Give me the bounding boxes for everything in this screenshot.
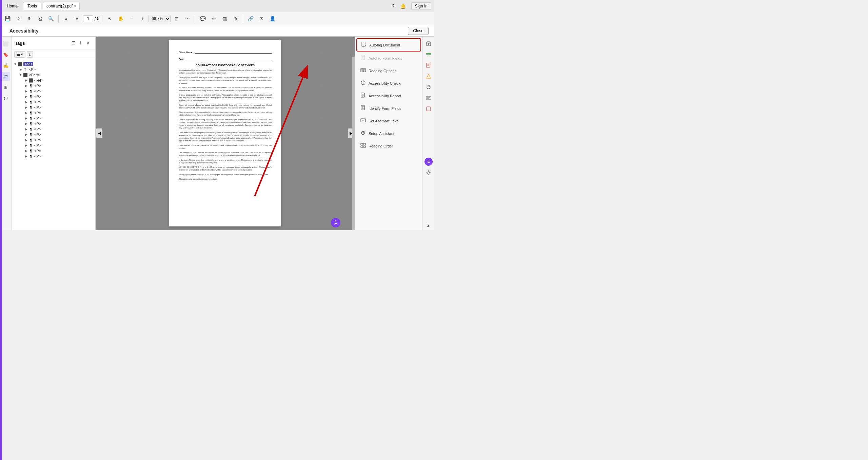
home-tab[interactable]: Home — [3, 2, 22, 10]
tags-view-button[interactable]: ☰ ▾ — [14, 51, 25, 58]
accessibility-report-item[interactable]: Accessibility Report — [356, 90, 421, 102]
sign-in-button[interactable]: Sign In — [411, 2, 431, 10]
page-input[interactable] — [83, 15, 93, 22]
tree-item-p1[interactable]: ▶ ¶ <P> — [18, 67, 94, 72]
tree-label-p6: <P> — [34, 105, 41, 109]
tree-icon-p12: ¶ — [28, 138, 33, 142]
right-icon-2[interactable] — [424, 50, 433, 59]
identify-form-item[interactable]: Identify Form Fields — [356, 102, 421, 114]
notification-icon[interactable]: 🔔 — [400, 3, 406, 9]
right-icon-8[interactable] — [425, 158, 433, 166]
tree-item-h4[interactable]: ▶ ⬛ <H4> — [24, 78, 94, 83]
tree-icon-p1: ¶ — [23, 67, 28, 72]
pdf-page: Client Name: Date: CONTRACT FOR PHOTOGRA… — [169, 40, 281, 226]
right-icon-6[interactable] — [424, 94, 433, 102]
tags-info-button[interactable]: ℹ — [77, 39, 84, 47]
tree-root[interactable]: ▼ ⬛ Tags — [13, 61, 94, 67]
tree-item-p4[interactable]: ▶ ¶ <P> — [24, 94, 94, 99]
accessibility-widget-button[interactable] — [331, 218, 340, 227]
tree-item-p8[interactable]: ▶ ¶ <P> — [24, 116, 94, 121]
tools-tab[interactable]: Tools — [23, 2, 41, 10]
tree-item-p3[interactable]: ▶ ¶ <P> — [24, 88, 94, 94]
right-icon-gear[interactable] — [424, 168, 433, 177]
right-icon-4[interactable] — [424, 72, 433, 81]
reading-options-item[interactable]: Reading Options — [356, 65, 421, 77]
right-icon-1[interactable] — [424, 39, 433, 48]
tree-item-p15[interactable]: ▶ ¶ <P> — [24, 154, 94, 159]
bookmark-button[interactable]: ☆ — [14, 14, 23, 23]
tree-label-p9: <P> — [34, 122, 41, 126]
stamp-button[interactable]: ⊕ — [231, 14, 240, 23]
zoom-select[interactable]: 68,7% 50% 75% 100% 125% 150% — [149, 15, 171, 22]
tree-item-p10[interactable]: ▶ ¶ <P> — [24, 126, 94, 132]
svg-text:ALT: ALT — [361, 119, 366, 122]
highlight-button[interactable]: ▨ — [220, 14, 229, 23]
tree-item-p6[interactable]: ▶ ¶ <P> — [24, 105, 94, 110]
right-icon-7[interactable] — [424, 104, 433, 113]
accessibility-check-item[interactable]: Accessibility Check — [356, 77, 421, 89]
fit-button[interactable]: ⊡ — [172, 14, 181, 23]
tags-close-button[interactable]: × — [84, 39, 92, 47]
close-tab-icon[interactable]: × — [74, 4, 76, 8]
sidebar-icon-pages[interactable]: ⬜ — [1, 39, 10, 48]
sidebar-icon-layers[interactable]: ⊞ — [1, 83, 10, 92]
svg-point-2 — [335, 220, 336, 221]
tree-item-p13[interactable]: ▶ ¶ <P> — [24, 143, 94, 148]
right-icon-5[interactable] — [424, 83, 433, 92]
top-right-controls: ? 🔔 Sign In — [392, 2, 431, 10]
tags-menu-button[interactable]: ☰ — [70, 39, 77, 47]
upload-button[interactable]: ⬆ — [24, 14, 34, 23]
comment-button[interactable]: 💬 — [198, 14, 208, 23]
right-icon-chevron-up[interactable]: ▲ — [424, 221, 433, 230]
total-pages: 5 — [97, 16, 99, 21]
sidebar-icon-tag2[interactable]: 🏷 — [1, 94, 10, 102]
tree-item-part[interactable]: ▼ ⬛ <Part> — [18, 72, 94, 78]
tree-item-p2[interactable]: ▶ ¶ <P> — [24, 83, 94, 88]
zoom-in-button[interactable]: + — [138, 14, 147, 23]
link-button[interactable]: 🔗 — [246, 14, 255, 23]
tree-expand-p12: ▶ — [24, 138, 28, 142]
right-icon-3[interactable] — [424, 61, 433, 70]
file-tab[interactable]: contract(2).pdf × — [43, 2, 80, 10]
save-button[interactable]: 💾 — [3, 14, 12, 23]
tree-label-p4: <P> — [34, 95, 41, 99]
pdf-para-14: All retainers and payments are non-refun… — [179, 178, 272, 180]
search-button[interactable]: 🔍 — [46, 14, 56, 23]
tree-item-p7[interactable]: ▶ ¶ <P> — [24, 110, 94, 116]
set-alternate-text-item[interactable]: ALT Set Alternate Text — [356, 115, 421, 127]
setup-assistant-item[interactable]: Setup Assistant — [356, 127, 421, 139]
close-accessibility-button[interactable]: Close — [408, 27, 429, 35]
tags-panel-title: Tags — [15, 41, 25, 46]
select-tool-button[interactable]: ↖ — [105, 14, 115, 23]
user-button[interactable]: 👤 — [268, 14, 277, 23]
zoom-out-button[interactable]: − — [127, 14, 136, 23]
sidebar-icon-signatures[interactable]: ✍ — [1, 61, 10, 70]
sidebar-icon-bookmarks[interactable]: 🔖 — [1, 50, 10, 59]
pen-button[interactable]: ✏ — [209, 14, 218, 23]
tree-children-root: ▶ ¶ <P> ▼ ⬛ <Part> ▶ ⬛ <H4> — [13, 67, 94, 159]
tags-info2-button[interactable]: ℹ — [27, 51, 33, 58]
sidebar-icon-tags[interactable]: 🏷 — [1, 72, 10, 81]
print-button[interactable]: 🖨 — [35, 14, 45, 23]
reading-order-item[interactable]: Reading Order — [356, 140, 421, 152]
tree-item-p11[interactable]: ▶ ¶ <P> — [24, 132, 94, 137]
more-button[interactable]: ⋯ — [183, 14, 192, 23]
pdf-scrollbar[interactable] — [352, 37, 355, 230]
svg-rect-31 — [363, 143, 366, 145]
set-alternate-text-label: Set Alternate Text — [369, 119, 398, 123]
tree-item-p9[interactable]: ▶ ¶ <P> — [24, 121, 94, 126]
tree-item-p5[interactable]: ▶ ¶ <P> — [24, 99, 94, 105]
tree-item-p12[interactable]: ▶ ¶ <P> — [24, 137, 94, 143]
pdf-scroll-thumb[interactable] — [352, 37, 355, 57]
autotag-document-icon — [361, 42, 367, 48]
prev-page-button[interactable]: ▲ — [61, 14, 71, 23]
autotag-document-item[interactable]: Autotag Document — [356, 38, 421, 52]
tree-expand-p5: ▶ — [24, 100, 28, 104]
hand-tool-button[interactable]: ✋ — [116, 14, 125, 23]
help-icon[interactable]: ? — [392, 3, 395, 9]
tree-item-p14[interactable]: ▶ ¶ <P> — [24, 148, 94, 154]
pdf-nav-left-button[interactable]: ◀ — [96, 128, 102, 138]
next-page-button[interactable]: ▼ — [72, 14, 82, 23]
autotag-form-item[interactable]: Autotag Form Fields — [356, 52, 421, 64]
mail-button[interactable]: ✉ — [257, 14, 266, 23]
